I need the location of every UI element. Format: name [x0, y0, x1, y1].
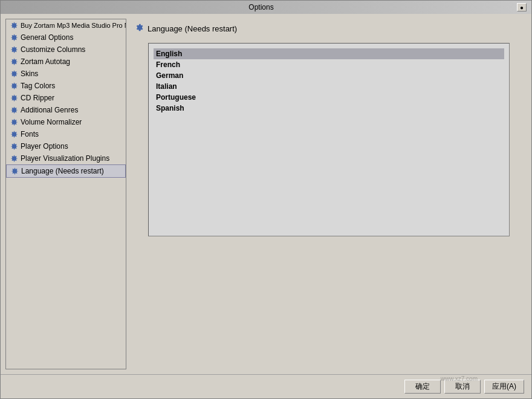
apply-button[interactable]: 应用(A) [484, 380, 524, 394]
sidebar-item-autotag[interactable]: Zortam Autotag [6, 56, 126, 68]
language-item-spanish[interactable]: Spanish [154, 103, 504, 114]
header-icon [136, 24, 144, 33]
gear-icon [10, 142, 18, 151]
sidebar-item-label: Fonts [21, 130, 39, 138]
sidebar-item-language[interactable]: Language (Needs restart) [6, 164, 126, 178]
language-item-portuguese[interactable]: Portuguese [154, 92, 504, 103]
sidebar-item-label: Player Visualization Plugins [21, 154, 109, 163]
panel-title: Language (Needs restart) [148, 24, 237, 33]
sidebar-item-label: CD Ripper [21, 94, 54, 102]
sidebar-item-playeroptions[interactable]: Player Options [6, 140, 126, 152]
sidebar-item-skins[interactable]: Skins [6, 68, 126, 80]
title-bar: Options ● [1, 1, 531, 14]
options-window: Options ● Buy Zortam Mp3 Media Studio Pr… [0, 0, 532, 399]
sidebar: Buy Zortam Mp3 Media Studio Pro Now! Gen… [5, 19, 126, 369]
ok-button[interactable]: 确定 [404, 380, 441, 394]
sidebar-item-cdripper[interactable]: CD Ripper [6, 92, 126, 104]
bottom-bar: 确定 取消 应用(A) [1, 374, 531, 398]
sidebar-item-label: Additional Genres [21, 106, 78, 114]
close-button[interactable]: ● [517, 3, 527, 11]
language-list[interactable]: EnglishFrenchGermanItalianPortugueseSpan… [154, 48, 504, 231]
content-area: Buy Zortam Mp3 Media Studio Pro Now! Gen… [1, 14, 531, 374]
gear-icon [10, 82, 18, 90]
sidebar-item-columns[interactable]: Customize Columns [6, 44, 126, 56]
gear-icon [10, 94, 18, 102]
sidebar-item-fonts[interactable]: Fonts [6, 128, 126, 140]
gear-icon [10, 130, 18, 138]
sidebar-item-general[interactable]: General Options [6, 31, 126, 44]
sidebar-item-label: Player Options [21, 142, 68, 151]
sidebar-item-label: Tag Colors [21, 82, 55, 90]
gear-icon [10, 57, 18, 66]
title-bar-buttons: ● [517, 3, 527, 11]
gear-icon [10, 70, 18, 78]
sidebar-item-volume[interactable]: Volume Normalizer [6, 116, 126, 128]
cancel-button[interactable]: 取消 [444, 380, 481, 394]
sidebar-item-buy[interactable]: Buy Zortam Mp3 Media Studio Pro Now! [6, 19, 126, 31]
language-item-french[interactable]: French [154, 59, 504, 70]
panel-header: Language (Needs restart) [136, 24, 522, 33]
language-item-italian[interactable]: Italian [154, 81, 504, 92]
gear-icon [10, 45, 18, 54]
language-box: EnglishFrenchGermanItalianPortugueseSpan… [148, 43, 510, 236]
gear-icon [10, 33, 18, 42]
main-panel: Language (Needs restart) EnglishFrenchGe… [131, 19, 527, 369]
sidebar-item-label: Volume Normalizer [21, 118, 82, 126]
gear-icon [10, 118, 18, 126]
sidebar-item-label: Skins [21, 70, 38, 78]
sidebar-item-label: Language (Needs restart) [21, 167, 104, 175]
window-title: Options [5, 3, 517, 11]
language-item-english[interactable]: English [154, 48, 504, 59]
language-item-german[interactable]: German [154, 70, 504, 81]
sidebar-item-genres[interactable]: Additional Genres [6, 104, 126, 116]
sidebar-item-label: General Options [21, 33, 73, 42]
sidebar-item-label: Buy Zortam Mp3 Media Studio Pro Now! [21, 22, 126, 29]
sidebar-item-tagcolors[interactable]: Tag Colors [6, 80, 126, 92]
gear-icon [10, 167, 19, 175]
sidebar-item-label: Customize Columns [21, 45, 85, 54]
gear-icon [10, 106, 18, 114]
gear-icon [10, 21, 18, 30]
sidebar-item-visualplugins[interactable]: Player Visualization Plugins [6, 152, 126, 164]
sidebar-item-label: Zortam Autotag [21, 57, 70, 66]
gear-icon [10, 154, 18, 163]
